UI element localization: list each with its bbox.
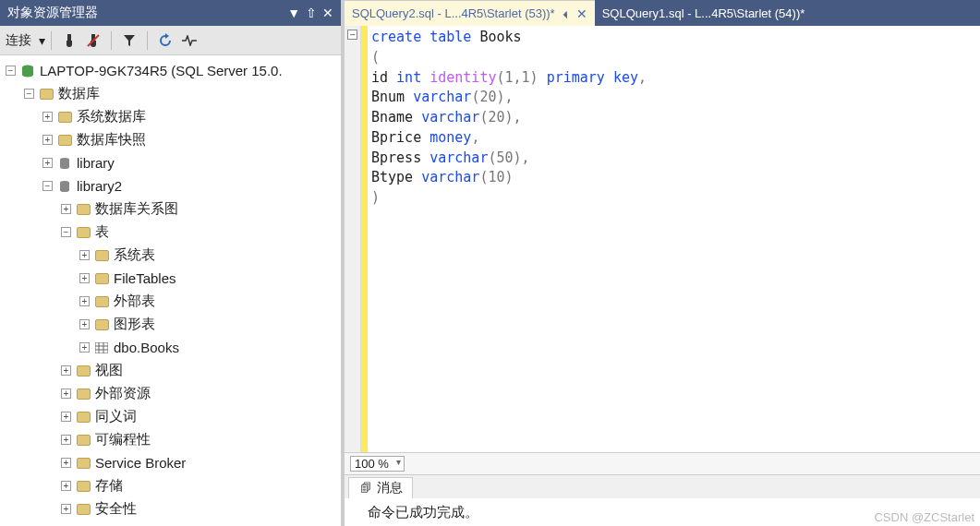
svg-point-5 — [22, 72, 33, 77]
expand-icon[interactable]: + — [79, 319, 90, 329]
pin-icon[interactable]: ⇧ — [306, 6, 317, 20]
expand-icon[interactable]: + — [61, 365, 71, 376]
expand-icon[interactable]: + — [79, 273, 90, 283]
close-icon[interactable]: ✕ — [322, 6, 333, 20]
dropdown-icon[interactable]: ▼ — [287, 6, 300, 20]
expand-icon[interactable]: + — [61, 504, 71, 514]
collapse-icon[interactable]: − — [6, 66, 16, 76]
tree-node-programmability[interactable]: +可编程性 — [4, 428, 341, 451]
editor-panel: SQLQuery2.sql - L...4R5\Starlet (53))* ⏴… — [345, 0, 980, 526]
tab-label: SQLQuery2.sql - L...4R5\Starlet (53))* — [352, 6, 555, 20]
tree-node-synonyms[interactable]: +同义词 — [4, 405, 341, 428]
folder-icon — [76, 479, 91, 494]
messages-icon: 🗐 — [358, 481, 373, 496]
folder-icon — [57, 110, 72, 125]
panel-title: 对象资源管理器 — [7, 5, 282, 21]
refresh-icon[interactable] — [155, 30, 175, 51]
tree-node-library[interactable]: +library — [4, 151, 341, 174]
modification-bar — [361, 26, 368, 452]
tree-node-external-resources[interactable]: +外部资源 — [4, 382, 341, 405]
panel-header: 对象资源管理器 ▼ ⇧ ✕ — [0, 0, 341, 26]
messages-body: 命令已成功完成。 — [345, 498, 980, 526]
tree-node-external-tables[interactable]: +外部表 — [4, 290, 341, 313]
disconnect-icon[interactable] — [83, 30, 103, 51]
expand-icon[interactable]: + — [61, 458, 71, 468]
panel-toolbar: 连接▾ — [0, 26, 341, 55]
tree-node-service-broker[interactable]: +Service Broker — [4, 451, 341, 474]
folder-icon — [76, 387, 91, 401]
zoom-dropdown[interactable]: 100 % — [350, 456, 405, 472]
tree-node-views[interactable]: +视图 — [4, 359, 341, 382]
tree-view: −LAPTOP-9GK734R5 (SQL Server 15.0. −数据库 … — [0, 55, 341, 526]
expand-icon[interactable]: + — [79, 296, 90, 306]
expand-icon[interactable]: + — [42, 112, 53, 122]
tree-node-storage[interactable]: +存储 — [4, 474, 341, 497]
tab-sqlquery1[interactable]: SQLQuery1.sql - L...4R5\Starlet (54))* — [595, 0, 813, 26]
expand-icon[interactable]: + — [61, 204, 71, 214]
expand-icon[interactable]: + — [61, 412, 71, 422]
svg-point-11 — [60, 188, 69, 192]
expand-icon[interactable]: + — [79, 250, 90, 260]
sql-editor[interactable]: − create table Books ( id int identity(1… — [345, 26, 980, 452]
collapse-icon[interactable]: − — [42, 181, 53, 191]
tab-sqlquery2[interactable]: SQLQuery2.sql - L...4R5\Starlet (53))* ⏴… — [345, 0, 595, 26]
tree-node-tables[interactable]: −表 — [4, 221, 341, 244]
expand-icon[interactable]: + — [61, 481, 71, 491]
folder-icon — [94, 271, 109, 286]
expand-icon[interactable]: + — [42, 158, 53, 168]
tree-node-system-tables[interactable]: +系统表 — [4, 244, 341, 267]
connect-label[interactable]: 连接 — [6, 32, 31, 49]
svg-rect-12 — [95, 342, 108, 353]
collapse-icon[interactable]: − — [61, 227, 71, 237]
folder-icon — [76, 410, 91, 424]
connect-icon[interactable] — [59, 30, 79, 51]
tree-node-server[interactable]: −LAPTOP-9GK734R5 (SQL Server 15.0. — [4, 59, 341, 82]
folder-icon — [76, 433, 91, 448]
outline-toggle-icon[interactable]: − — [347, 30, 357, 40]
zoom-bar: 100 % — [345, 452, 980, 474]
tree-node-graph-tables[interactable]: +图形表 — [4, 313, 341, 336]
outline-gutter: − — [345, 26, 361, 452]
folder-icon — [57, 133, 72, 148]
messages-text: 命令已成功完成。 — [368, 504, 478, 520]
tree-node-security[interactable]: +安全性 — [4, 497, 341, 520]
folder-icon — [76, 225, 91, 240]
tab-label: SQLQuery1.sql - L...4R5\Starlet (54))* — [602, 6, 805, 20]
expand-icon[interactable]: + — [61, 435, 71, 445]
folder-icon — [39, 87, 54, 102]
messages-tab[interactable]: 🗐消息 — [348, 477, 413, 498]
folder-icon — [76, 456, 91, 471]
svg-rect-0 — [67, 34, 71, 41]
folder-icon — [76, 502, 91, 517]
server-icon — [20, 64, 35, 78]
code-content[interactable]: create table Books ( id int identity(1,1… — [368, 26, 650, 452]
expand-icon[interactable]: + — [61, 389, 71, 399]
tree-node-diagrams[interactable]: +数据库关系图 — [4, 197, 341, 221]
activity-icon[interactable] — [179, 30, 200, 51]
tab-bar: SQLQuery2.sql - L...4R5\Starlet (53))* ⏴… — [345, 0, 980, 26]
folder-icon — [94, 317, 109, 332]
folder-icon — [94, 248, 109, 263]
pin-icon[interactable]: ⏴ — [561, 8, 571, 19]
tree-node-library2[interactable]: −library2 — [4, 174, 341, 197]
expand-icon[interactable]: + — [42, 135, 53, 145]
expand-icon[interactable]: + — [79, 342, 90, 353]
folder-icon — [94, 294, 109, 309]
database-icon — [57, 179, 72, 194]
folder-icon — [76, 364, 91, 378]
filter-icon[interactable] — [119, 30, 139, 51]
tree-node-system-databases[interactable]: +系统数据库 — [4, 105, 341, 128]
tree-node-databases[interactable]: −数据库 — [4, 82, 341, 105]
close-icon[interactable]: ✕ — [576, 6, 587, 21]
table-icon — [94, 341, 109, 355]
tree-node-db-snapshots[interactable]: +数据库快照 — [4, 128, 341, 151]
svg-point-8 — [60, 165, 69, 169]
object-explorer-panel: 对象资源管理器 ▼ ⇧ ✕ 连接▾ −LAPTOP-9GK734R5 (SQL … — [0, 0, 345, 526]
messages-tabs: 🗐消息 — [345, 474, 980, 498]
collapse-icon[interactable]: − — [24, 89, 34, 99]
folder-icon — [76, 202, 91, 217]
tree-node-filetables[interactable]: +FileTables — [4, 267, 341, 290]
tree-node-dbo-books[interactable]: +dbo.Books — [4, 336, 341, 359]
database-icon — [57, 156, 72, 171]
